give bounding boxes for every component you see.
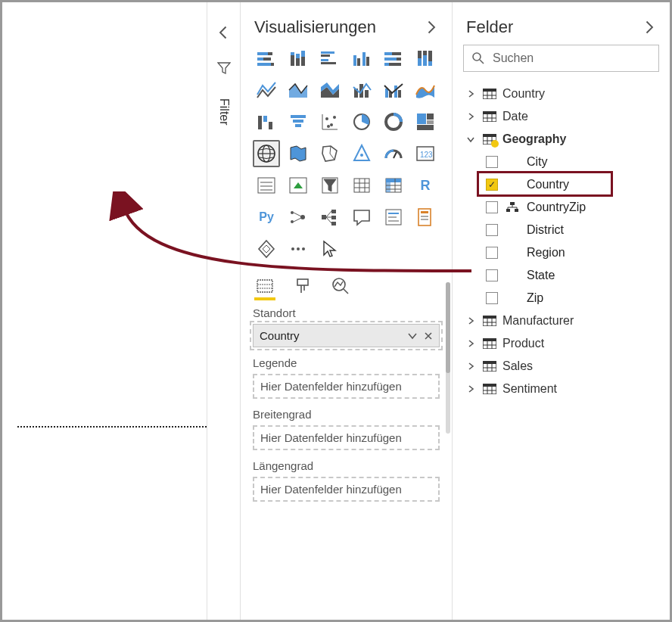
filter-pane-label[interactable]: Filter <box>217 98 231 126</box>
viz-pie-icon[interactable] <box>348 108 375 135</box>
field-row[interactable]: CountryZip <box>463 196 662 219</box>
viz-card-icon[interactable]: 123 <box>412 140 439 167</box>
location-field-pill[interactable]: Country <box>253 324 440 347</box>
table-row[interactable]: Date <box>463 105 662 128</box>
viz-100-stacked-bar-icon[interactable] <box>380 45 407 72</box>
table-row[interactable]: Sentiment <box>463 378 662 400</box>
field-checkbox[interactable] <box>486 201 498 213</box>
chevron-right-icon[interactable] <box>465 337 477 350</box>
fields-collapse-chevron[interactable] <box>641 20 656 35</box>
viz-line-icon[interactable] <box>253 76 280 104</box>
fields-pane: Felder Suchen CountryDateGeographyCityCo… <box>453 2 670 620</box>
viz-line-stacked-column-icon[interactable] <box>348 76 375 104</box>
svg-point-50 <box>325 117 328 120</box>
chevron-right-icon[interactable] <box>465 360 477 372</box>
visualizations-scrollbar[interactable] <box>446 282 450 434</box>
visualizations-collapse-chevron[interactable] <box>423 20 438 35</box>
viz-waterfall-icon[interactable] <box>253 108 280 135</box>
viz-ribbon-icon[interactable] <box>412 76 439 104</box>
legend-drop-area[interactable]: Hier Datenfelder hinzufügen <box>253 374 440 399</box>
chevron-right-icon[interactable] <box>465 383 477 395</box>
viz-donut-icon[interactable] <box>380 108 407 135</box>
viz-clustered-column-icon[interactable] <box>348 45 375 72</box>
svg-rect-132 <box>515 209 518 212</box>
viz-get-more-icon[interactable] <box>285 235 312 263</box>
field-checkbox[interactable] <box>486 224 498 236</box>
svg-rect-9 <box>296 54 300 58</box>
chevron-right-icon[interactable] <box>465 315 477 327</box>
viz-decomposition-icon[interactable] <box>316 204 344 231</box>
viz-line-clustered-column-icon[interactable] <box>380 76 407 104</box>
viz-100-stacked-column-icon[interactable] <box>412 45 439 72</box>
viz-funnel-icon[interactable] <box>285 108 312 135</box>
svg-point-85 <box>291 220 294 223</box>
viz-clustered-bar-icon[interactable] <box>316 45 344 72</box>
viz-azure-map-icon[interactable] <box>348 140 375 167</box>
fields-search[interactable]: Suchen <box>463 45 659 72</box>
viz-stacked-area-icon[interactable] <box>316 76 344 104</box>
field-row[interactable]: City <box>463 151 662 173</box>
svg-line-112 <box>344 289 348 294</box>
field-checkbox[interactable] <box>486 292 498 304</box>
table-row[interactable]: Manufacturer <box>463 309 662 332</box>
table-row[interactable]: Sales <box>463 355 662 378</box>
viz-key-influencers-icon[interactable] <box>285 204 312 231</box>
table-row[interactable]: Geography <box>463 128 662 151</box>
visualizations-pane: Visualisierungen <box>241 2 453 620</box>
viz-arcgis-icon[interactable] <box>253 235 280 263</box>
chevron-right-icon[interactable] <box>465 88 477 100</box>
svg-rect-101 <box>421 211 428 213</box>
field-row[interactable]: Region <box>463 241 662 264</box>
field-row[interactable]: Zip <box>463 287 662 309</box>
viz-stacked-bar-icon[interactable] <box>253 45 280 72</box>
format-tab[interactable] <box>292 275 313 300</box>
viz-map-icon[interactable] <box>253 140 280 167</box>
viz-python-icon[interactable]: Py <box>253 204 280 231</box>
field-row[interactable]: Country <box>463 173 662 196</box>
viz-shape-map-icon[interactable] <box>316 140 344 167</box>
canvas-pane[interactable] <box>2 2 207 620</box>
viz-stacked-column-icon[interactable] <box>285 45 312 72</box>
scrollbar-thumb[interactable] <box>446 282 450 373</box>
field-checkbox[interactable] <box>486 247 498 259</box>
viz-gauge-icon[interactable] <box>380 140 407 167</box>
chevron-right-icon[interactable] <box>465 110 477 123</box>
viz-smart-narrative-icon[interactable] <box>380 204 407 231</box>
remove-field-icon[interactable] <box>424 331 433 341</box>
svg-line-87 <box>294 213 301 216</box>
field-row[interactable]: District <box>463 219 662 241</box>
latitude-drop-area[interactable]: Hier Datenfelder hinzufügen <box>253 425 440 450</box>
viz-scatter-icon[interactable] <box>316 108 344 135</box>
viz-area-icon[interactable] <box>285 76 312 104</box>
field-checkbox[interactable] <box>486 156 498 168</box>
field-row[interactable]: State <box>463 264 662 287</box>
chevron-down-icon[interactable] <box>407 331 418 341</box>
viz-treemap-icon[interactable] <box>412 108 439 135</box>
viz-table-icon[interactable] <box>348 172 375 199</box>
viz-slicer-icon[interactable] <box>316 172 344 199</box>
table-icon <box>483 360 496 372</box>
svg-rect-126 <box>483 134 496 137</box>
fields-tab[interactable] <box>254 275 275 300</box>
viz-paginated-icon[interactable] <box>412 204 439 231</box>
field-checkbox[interactable] <box>486 269 498 281</box>
svg-rect-42 <box>258 116 262 129</box>
field-checkbox[interactable] <box>486 179 498 191</box>
viz-matrix-icon[interactable] <box>380 172 407 199</box>
svg-rect-16 <box>353 55 356 66</box>
longitude-drop-area[interactable]: Hier Datenfelder hinzufügen <box>253 477 440 502</box>
viz-multirow-card-icon[interactable] <box>253 172 280 199</box>
table-row[interactable]: Product <box>463 332 662 355</box>
svg-rect-73 <box>354 179 369 192</box>
table-row[interactable]: Country <box>463 82 662 105</box>
viz-r-script-icon[interactable]: R <box>412 172 439 199</box>
well-longitude-label: Längengrad <box>253 459 440 472</box>
svg-point-106 <box>302 247 305 250</box>
chevron-down-icon[interactable] <box>465 133 477 145</box>
svg-rect-25 <box>384 63 389 66</box>
viz-filled-map-icon[interactable] <box>285 140 312 167</box>
filter-collapse-chevron[interactable] <box>216 25 232 40</box>
viz-qa-icon[interactable] <box>348 204 375 231</box>
analytics-tab[interactable] <box>330 275 351 300</box>
viz-kpi-icon[interactable] <box>285 172 312 199</box>
